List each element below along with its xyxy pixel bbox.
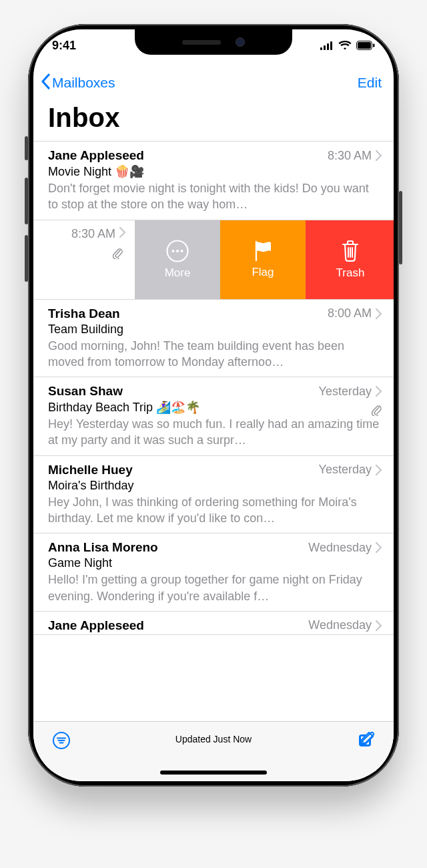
mail-preview: Hello! I'm getting a group together for … [48,572,382,604]
mail-preview: Hey! Yesterday was so much fun. I really… [48,416,382,449]
mail-time: Yesterday [319,463,372,477]
swipe-action-label: Trash [336,266,365,280]
svg-rect-1 [324,45,326,50]
chevron-right-icon [376,542,382,553]
mail-sender: Trisha Dean [48,306,120,321]
back-button[interactable]: Mailboxes [40,73,115,93]
back-label: Mailboxes [52,75,115,91]
volume-up-button [25,178,28,224]
mail-time: Wednesday [308,541,372,555]
flag-icon [253,240,273,262]
chevron-right-icon [376,465,382,475]
swipe-action-more[interactable]: More [135,220,220,299]
status-time: 9:41 [52,39,76,53]
content-area: 9:41 [33,29,394,721]
mail-preview: Good morning, John! The team building ev… [48,338,382,371]
chevron-right-icon [376,308,382,319]
mail-subject: Team Building [48,322,382,337]
chevron-right-icon [119,227,125,241]
screen: 9:41 [33,29,394,781]
wifi-icon [338,41,352,50]
mail-subject: Birthday Beach Trip 🏄‍♀️🏖️🌴 [48,400,382,415]
paperclip-icon [371,404,382,419]
nav-bar: Mailboxes Edit [33,61,394,100]
page-title: Inbox [33,100,394,141]
mail-subject: Moira's Birthday [48,479,382,493]
message-list: Jane Appleseed 8:30 AM Movie Night 🍿🎥 Do… [33,141,394,635]
swipe-action-flag[interactable]: Flag [220,220,306,299]
mail-subject: Game Night [48,556,382,570]
notch-speaker [182,40,221,45]
mail-time: Yesterday [319,385,372,399]
mail-subject: Movie Night 🍿🎥 [48,164,382,179]
svg-rect-0 [320,47,322,50]
mail-sender: Jane Appleseed [48,618,144,633]
compose-button[interactable] [356,731,375,750]
chevron-left-icon [40,73,52,93]
notch [135,29,292,55]
mail-preview: Hey John, I was thinking of ordering som… [48,494,382,527]
mail-time: 8:30 AM [71,227,115,241]
mail-sender: Susan Shaw [48,384,123,399]
mail-sender: Jane Appleseed [48,148,144,163]
volume-down-button [25,235,28,282]
svg-point-8 [172,250,175,252]
cellular-icon [320,41,334,50]
home-indicator[interactable] [160,771,267,775]
mail-row-content[interactable]: 8:30 AM pg [33,220,135,299]
toolbar-status: Updated Just Now [175,734,252,744]
svg-rect-2 [327,43,329,50]
trash-icon [341,240,360,262]
swipe-action-trash[interactable]: Trash [306,220,394,299]
front-camera [236,37,245,47]
mail-row[interactable]: Michelle Huey Yesterday Moira's Birthday… [33,456,394,534]
chevron-right-icon [376,386,382,397]
chevron-right-icon [376,620,382,631]
mail-sender: Anna Lisa Moreno [48,540,158,555]
power-button [399,191,402,264]
mail-sender: Michelle Huey [48,463,133,477]
edit-button[interactable]: Edit [358,75,382,91]
svg-rect-5 [358,42,371,49]
paperclip-icon [112,247,123,262]
svg-rect-3 [330,41,332,50]
swipe-action-label: Flag [252,266,274,279]
mail-time: 8:30 AM [328,149,372,163]
mail-time: Wednesday [308,618,372,632]
mail-row[interactable]: Trisha Dean 8:00 AM Team Building Good m… [33,300,394,378]
mail-preview: Don't forget movie night is tonight with… [48,180,382,213]
iphone-frame: 9:41 [28,24,399,787]
mail-row[interactable]: Anna Lisa Moreno Wednesday Game Night He… [33,533,394,612]
mail-row-swiped[interactable]: 8:30 AM pg M [33,220,394,300]
swipe-action-label: More [165,266,191,280]
chevron-right-icon [376,150,382,161]
more-icon [166,240,189,262]
mail-row[interactable]: Jane Appleseed Wednesday [33,612,394,635]
status-right [320,41,375,50]
battery-icon [356,41,375,50]
svg-point-10 [181,250,183,252]
mail-row[interactable]: Jane Appleseed 8:30 AM Movie Night 🍿🎥 Do… [33,142,394,220]
svg-rect-6 [373,44,375,47]
mail-row[interactable]: Susan Shaw Yesterday Birthday Beach Trip… [33,377,394,456]
mail-time: 8:00 AM [328,306,372,320]
mute-switch [25,136,28,160]
svg-point-9 [176,250,179,252]
filter-button[interactable] [52,731,71,750]
